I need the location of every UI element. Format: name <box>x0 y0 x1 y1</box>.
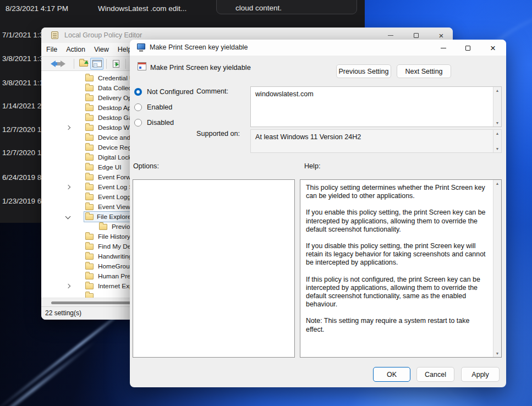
maximize-icon <box>465 46 470 51</box>
scroll-down-icon[interactable]: ▼ <box>493 147 501 151</box>
radio-label: Not Configured <box>147 88 194 96</box>
help-paragraph: If you enable this policy setting, the p… <box>306 209 489 234</box>
comment-input[interactable] <box>251 87 493 127</box>
back-button[interactable] <box>45 58 58 70</box>
supported-on-value: At least Windows 11 Version 24H2 <box>255 133 491 141</box>
up-one-level-button[interactable] <box>77 58 90 70</box>
minimize-icon <box>441 48 446 48</box>
radio-not-configured[interactable]: Not Configured <box>134 88 194 96</box>
list-item-timestamp: 8/23/2021 4:17 PM <box>6 4 68 13</box>
cancel-button[interactable]: Cancel <box>416 367 454 382</box>
tree-item-label: Internet Exp <box>98 282 133 290</box>
tooltip: cloud content. <box>216 0 357 14</box>
folder-icon <box>85 75 94 81</box>
close-icon: × <box>439 31 444 40</box>
chevron-right-icon[interactable] <box>63 281 74 291</box>
radio-enabled[interactable]: Enabled <box>134 103 172 111</box>
folder-icon <box>85 95 94 101</box>
close-button[interactable]: × <box>485 40 501 56</box>
close-icon: × <box>490 43 496 53</box>
dialog-titlebar[interactable]: Make Print Screen key yieldable × <box>130 40 506 56</box>
comment-scrollbar[interactable]: ▲ ▼ <box>493 87 501 127</box>
comment-field[interactable]: ▲ ▼ <box>250 86 502 127</box>
tree-item-label: File Explore <box>97 213 131 221</box>
list-item-timestamp[interactable]: 7/1/2021 1:3 <box>2 31 43 39</box>
supported-scrollbar[interactable]: ▲ ▼ <box>493 130 501 152</box>
help-panel: This policy setting determines whether t… <box>300 179 502 358</box>
gpedit-window-title: Local Group Policy Editor <box>64 28 142 43</box>
supported-on-label: Supported on: <box>196 130 240 138</box>
forward-button[interactable] <box>58 58 71 70</box>
tree-item-label: Event Viewe <box>98 203 134 211</box>
setting-name: Make Print Screen key yieldable <box>150 63 251 72</box>
tree-item-label: Delivery Op <box>98 94 132 102</box>
toolbar-separator <box>125 59 126 69</box>
list-item-timestamp[interactable]: 1/23/2019 6: <box>2 197 43 205</box>
comment-label: Comment: <box>196 87 228 95</box>
ok-button[interactable]: OK <box>373 367 410 382</box>
list-item-timestamp[interactable]: 3/8/2021 1:1 <box>2 79 43 87</box>
help-paragraph: Note: This setting may require a system … <box>306 317 489 333</box>
folder-icon <box>85 283 94 289</box>
folder-icon <box>85 234 94 240</box>
tree-item-label: Desktop Ap <box>98 104 131 112</box>
scroll-down-icon[interactable]: ▼ <box>493 121 501 125</box>
apply-button[interactable]: Apply <box>461 367 500 382</box>
chevron-down-icon[interactable] <box>63 212 74 222</box>
scroll-up-icon[interactable]: ▲ <box>493 182 501 185</box>
console-tree-icon <box>92 60 102 67</box>
previous-setting-button[interactable]: Previous Setting <box>336 64 391 78</box>
next-setting-button[interactable]: Next Setting <box>397 64 451 78</box>
tree-item-label: Desktop Ga <box>98 114 132 122</box>
help-label: Help: <box>304 162 320 170</box>
tree-item-label: File History <box>98 233 130 240</box>
policy-setting-icon <box>138 62 146 70</box>
radio-label: Disabled <box>147 119 174 127</box>
folder-icon <box>85 204 94 210</box>
menu-view[interactable]: View <box>94 46 109 53</box>
folder-icon <box>85 293 94 298</box>
tree-item-label: Desktop Wi <box>98 124 131 131</box>
forward-icon <box>61 61 69 67</box>
folder-icon <box>85 273 94 279</box>
folder-icon <box>85 105 94 111</box>
tree-item-label: Find My De <box>98 243 131 250</box>
scroll-up-icon[interactable]: ▲ <box>493 131 501 135</box>
help-paragraph: If you disable this policy setting, the … <box>306 242 489 267</box>
list-item-title: WindowsLatest .com edit... <box>98 4 187 13</box>
radio-button-checked[interactable] <box>134 88 142 96</box>
maximize-button[interactable] <box>459 40 476 56</box>
tree-item-label: Event Forwa <box>98 173 134 181</box>
list-item-timestamp[interactable]: 12/7/2020 12 <box>2 149 46 157</box>
chevron-right-icon[interactable] <box>63 182 74 192</box>
dialog-title: Make Print Screen key yieldable <box>150 40 248 56</box>
desktop: 8/23/2021 4:17 PM WindowsLatest .com edi… <box>0 0 532 406</box>
scroll-up-icon[interactable]: ▲ <box>493 89 501 92</box>
list-item-timestamp[interactable]: 1/14/2021 2: <box>2 102 43 110</box>
tooltip-text: cloud content. <box>235 4 282 12</box>
menu-action[interactable]: Action <box>66 46 85 53</box>
folder-icon <box>85 85 94 91</box>
toolbar-separator <box>106 59 107 69</box>
scroll-down-icon[interactable]: ▼ <box>493 352 501 355</box>
radio-button[interactable] <box>134 103 142 111</box>
list-item-timestamp[interactable]: 3/8/2021 1:3 <box>2 54 43 63</box>
radio-disabled[interactable]: Disabled <box>134 119 174 127</box>
minimize-button[interactable] <box>435 40 452 56</box>
list-item-timestamp[interactable]: 12/7/2020 12 <box>2 125 46 134</box>
export-list-button[interactable] <box>109 58 123 70</box>
tree-item-label: HomeGroup <box>98 262 133 270</box>
chevron-right-icon[interactable] <box>63 123 74 133</box>
back-icon <box>47 61 56 67</box>
help-scrollbar[interactable]: ▲ ▼ <box>493 180 501 357</box>
options-label: Options: <box>133 162 159 170</box>
menu-file[interactable]: File <box>46 46 57 53</box>
radio-button[interactable] <box>134 119 142 127</box>
folder-icon <box>85 254 94 260</box>
folder-icon <box>85 244 94 250</box>
folder-icon <box>85 135 94 141</box>
tree-item-label: Event Loggi <box>98 193 132 201</box>
list-item-timestamp[interactable]: 6/24/2019 8 <box>2 173 41 182</box>
show-console-tree-button[interactable] <box>90 58 103 70</box>
folder-icon <box>85 174 94 180</box>
